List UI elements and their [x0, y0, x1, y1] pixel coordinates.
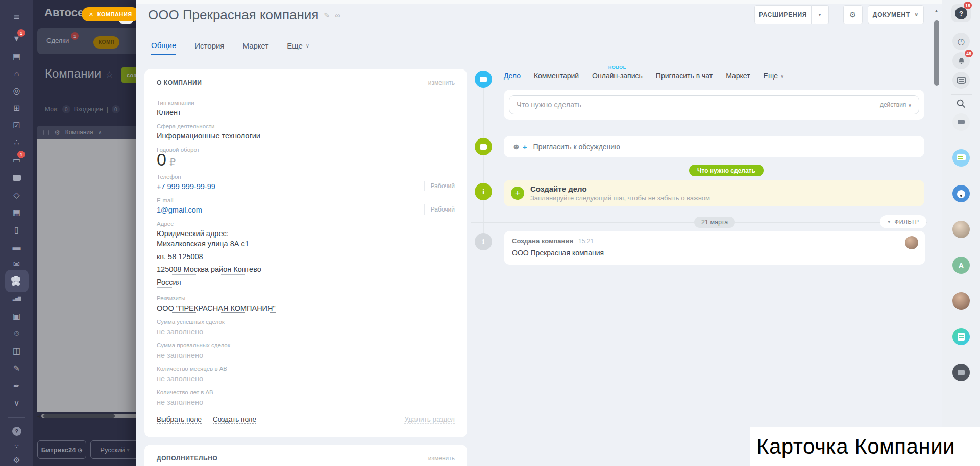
gear-icon: ⚙	[13, 456, 20, 464]
actions-dropdown[interactable]: действия ∨	[880, 101, 919, 108]
hamburger-icon: ≡	[14, 12, 20, 22]
sidebar-item-clients-active[interactable]	[0, 270, 33, 292]
timeline-tab-market[interactable]: Маркет	[726, 72, 750, 80]
field-annual-turnover: Годовой оборот 0₽	[157, 147, 455, 168]
robot-avatar-dark[interactable]	[952, 364, 970, 381]
help-button[interactable]: ? 18	[951, 4, 971, 22]
requisites-link[interactable]: ООО "ПРЕКРАСНАЯ КОМПАНИЯ"	[157, 304, 276, 313]
main-vertical-scrollbar[interactable]: ▲	[933, 0, 941, 466]
invite-discussion-row[interactable]: ☻ + Пригласить к обсуждению	[504, 136, 924, 157]
timeline-tab-invite-chat[interactable]: Пригласить в чат	[656, 72, 713, 80]
sidebar-item-sites[interactable]: ◇	[0, 188, 33, 203]
sidebar-item-checklist[interactable]: ☑	[0, 118, 33, 133]
hexagon-icon: ◇	[13, 191, 19, 199]
time-management-button[interactable]: ◷	[952, 33, 970, 50]
search-button[interactable]	[955, 98, 967, 111]
address-line-3[interactable]: 125008 Москва район Коптево	[157, 264, 261, 275]
sidebar-item-feed[interactable]: ▼1	[0, 31, 33, 46]
create-task-tip-card[interactable]: + Создайте дело Запланируйте следующий ш…	[504, 180, 924, 206]
document-bot-avatar[interactable]	[952, 328, 970, 345]
close-icon[interactable]: ✕	[89, 11, 94, 18]
create-field-link[interactable]: Создать поле	[213, 415, 256, 424]
timeline-tab-online-booking[interactable]: НОВОЕОнлайн-запись	[592, 72, 643, 80]
feed-badge: 1	[17, 29, 25, 37]
sidebar-item-shop[interactable]: ⊞	[0, 101, 33, 116]
field-years-in-ab: Количество лет в АВ не заполнено	[157, 389, 455, 407]
sidebar-item-warehouse[interactable]: ◫	[0, 343, 33, 359]
vscroll-thumb[interactable]	[934, 20, 939, 86]
scroll-up-icon[interactable]: ▲	[934, 8, 939, 13]
sidebar-item-analytics[interactable]: ▂▅▇	[0, 291, 33, 307]
email-link[interactable]: 1@gmail.com	[157, 206, 202, 214]
tab-general[interactable]: Общие	[151, 41, 176, 55]
company-card-slider: ООО Прекрасная компания ✎ ∞ РАСШИРЕНИЯ ▾…	[136, 0, 942, 466]
timeline-tab-more[interactable]: Еще∨	[764, 72, 785, 80]
sidebar-item-calendar[interactable]: ▦	[0, 205, 33, 220]
company-title: ООО Прекрасная компания	[148, 7, 318, 23]
sidebar-item-crm[interactable]: ◎	[0, 83, 33, 99]
chevron-down-icon: ∨	[14, 399, 20, 407]
app-sidebar-rail: ≡ ▼1 ▤ ⌂ ◎ ⊞ ☑ ∴ ▭1 ◇ ▦ ▯ ▬ ✉ ▂▅▇ ▣ ⌾ ◫ …	[0, 0, 33, 466]
task-input-box: действия ∨	[509, 95, 919, 114]
company-title-row: ООО Прекрасная компания ✎ ∞	[148, 7, 340, 23]
todo-badge[interactable]: Что нужно сделать	[689, 165, 764, 176]
timeline-filter-button[interactable]: ▼ ФИЛЬТР	[880, 215, 926, 228]
additional-edit-link[interactable]: изменить	[428, 455, 455, 462]
mail-icon: ✉	[13, 260, 20, 268]
tab-more[interactable]: Еще∨	[287, 41, 309, 55]
task-input[interactable]	[509, 101, 880, 109]
about-card-header: О КОМПАНИИ изменить	[157, 79, 455, 94]
sidebar-item-drive[interactable]: ▬	[0, 240, 33, 255]
invite-discussion-label: Пригласить к обсуждению	[533, 143, 620, 151]
sidebar-item-contact-center[interactable]: ▣	[0, 309, 33, 324]
phone-link[interactable]: +7 999 999-99-99	[157, 182, 215, 191]
timeline-chat-icon	[475, 71, 492, 88]
menu-button[interactable]: ≡	[0, 9, 33, 25]
plus-icon: +	[523, 143, 527, 151]
sidebar-item-docs-edit[interactable]: ✎	[0, 361, 33, 377]
rail-divider	[8, 417, 24, 418]
sidebar-item-invoices[interactable]: ▭1	[0, 153, 33, 168]
help-button-rail[interactable]: ?	[0, 424, 33, 439]
sidebar-item-sign[interactable]: ✒	[0, 379, 33, 394]
chat-bot-avatar[interactable]	[952, 149, 970, 167]
bot-avatar[interactable]	[952, 113, 970, 131]
sidebar-item-chat[interactable]	[0, 170, 33, 185]
timeline-tab-deal[interactable]: Дело	[504, 72, 521, 80]
about-edit-link[interactable]: изменить	[428, 79, 455, 86]
sidebar-item-documents[interactable]: ▯	[0, 222, 33, 238]
sidebar-item-share[interactable]: ∴	[0, 135, 33, 150]
tab-history[interactable]: История	[194, 41, 224, 55]
entry-author-avatar	[905, 236, 918, 249]
user-avatar-letter[interactable]: A	[952, 257, 970, 274]
address-line-1[interactable]: Михалковская улица 8А с1	[157, 239, 249, 249]
settings-button-rail[interactable]: ⚙	[0, 453, 33, 466]
sidebar-item-structure[interactable]: ∵	[0, 438, 33, 454]
user-avatar-woman[interactable]	[952, 292, 970, 310]
add-task-plus-button[interactable]: +	[511, 187, 524, 200]
dog-avatar[interactable]	[952, 185, 970, 202]
sidebar-item-more[interactable]: ∨	[0, 395, 33, 411]
phone-type-label: Рабочий	[424, 181, 455, 191]
edit-title-pencil-icon[interactable]: ✎	[324, 11, 330, 19]
slider-breadcrumb-company[interactable]: ✕ КОМПАНИЯ	[82, 7, 136, 21]
select-field-link[interactable]: Выбрать поле	[157, 415, 202, 424]
feed-button[interactable]	[952, 72, 970, 89]
address-line-4[interactable]: Россия	[157, 277, 181, 288]
about-header-title: О КОМПАНИИ	[157, 79, 202, 86]
sidebar-item-automation[interactable]: ⌾	[0, 326, 33, 341]
actions-caret-icon: ∨	[908, 102, 912, 108]
timeline-tab-comment[interactable]: Комментарий	[534, 72, 579, 80]
sidebar-item-home[interactable]: ⌂	[0, 66, 33, 81]
notifications-button[interactable]: 48	[952, 52, 970, 69]
copy-link-chain-icon[interactable]: ∞	[335, 11, 340, 19]
about-company-card: О КОМПАНИИ изменить Тип компании Клиент …	[144, 69, 467, 437]
sidebar-item-tasks[interactable]: ▤	[0, 49, 33, 64]
history-entry-company-created[interactable]: Создана компания 15:21 ООО Прекрасная ко…	[504, 231, 925, 265]
pen-icon: ✒	[13, 382, 20, 390]
user-avatar-man[interactable]	[952, 221, 970, 238]
tab-market[interactable]: Маркет	[243, 41, 269, 55]
target-icon: ◎	[13, 87, 20, 95]
address-line-2[interactable]: кв. 58 125008	[157, 251, 203, 262]
delete-section-link[interactable]: Удалить раздел	[404, 415, 455, 424]
